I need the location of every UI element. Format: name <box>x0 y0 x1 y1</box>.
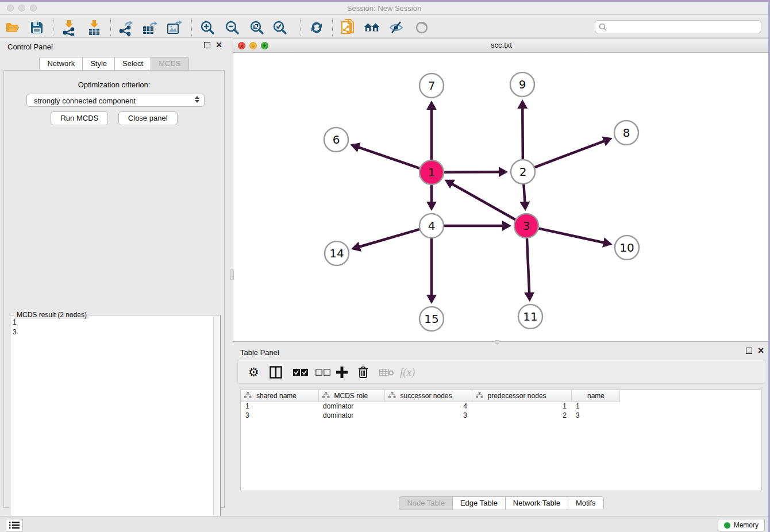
network-canvas[interactable]: 7968124314101511 <box>233 53 769 341</box>
status-bar: Memory <box>0 516 768 532</box>
close-table-panel-icon[interactable]: ✕ <box>757 348 764 354</box>
attribute-tree-icon <box>322 392 330 400</box>
float-panel-icon[interactable] <box>204 42 210 48</box>
memory-button[interactable]: Memory <box>718 519 765 531</box>
mcds-result-title: MCDS result (2 nodes) <box>14 311 89 319</box>
duplicate-network-icon[interactable] <box>340 20 356 36</box>
graph-edge-3-1[interactable] <box>452 184 515 219</box>
column-header-name[interactable]: name <box>571 390 619 402</box>
node-table[interactable]: shared nameMCDS rolesuccessor nodesprede… <box>240 390 762 491</box>
splitter-grip-vertical[interactable] <box>230 269 234 280</box>
save-session-icon[interactable] <box>29 20 45 36</box>
zoom-selected-icon[interactable] <box>272 20 288 36</box>
graph-node-11[interactable]: 11 <box>518 304 542 329</box>
graph-node-3[interactable]: 3 <box>514 214 538 238</box>
graph-node-8[interactable]: 8 <box>614 121 638 145</box>
table-cell[interactable]: 1 <box>241 402 318 411</box>
mcds-result-item[interactable]: 3 <box>13 327 212 337</box>
table-cell[interactable]: 4 <box>384 402 472 411</box>
graph-edge-1-2[interactable] <box>444 172 499 172</box>
result-scrollbar[interactable] <box>213 316 220 532</box>
graph-edge-3-11[interactable] <box>527 238 529 293</box>
graph-edge-3-10[interactable] <box>538 229 603 243</box>
table-cell[interactable]: 3 <box>384 411 472 420</box>
mcds-result-list[interactable]: 13 <box>13 318 212 532</box>
table-cell[interactable]: 1 <box>571 402 619 411</box>
table-tab-edge-table[interactable]: Edge Table <box>452 496 506 510</box>
zoom-in-icon[interactable] <box>199 20 215 36</box>
tab-network[interactable]: Network <box>39 57 83 71</box>
node-table-grid: shared nameMCDS rolesuccessor nodesprede… <box>241 390 620 420</box>
gear-icon[interactable]: ⚙ <box>248 365 259 380</box>
table-cell[interactable]: 3 <box>241 411 318 420</box>
table-panel-title: Table Panel <box>240 348 279 357</box>
graph-node-14[interactable]: 14 <box>325 241 349 265</box>
split-panel-icon[interactable] <box>270 365 282 380</box>
attribute-tree-icon <box>476 392 483 400</box>
graph-node-15[interactable]: 15 <box>419 307 444 331</box>
export-network-icon[interactable] <box>118 20 134 36</box>
graph-node-1[interactable]: 1 <box>419 160 444 184</box>
table-cell[interactable]: 2 <box>472 411 571 420</box>
zoom-out-icon[interactable] <box>224 20 240 36</box>
delete-table-icon <box>379 365 394 380</box>
graph-edge-2-3[interactable] <box>523 184 525 202</box>
graph-node-9[interactable]: 9 <box>510 72 534 97</box>
tab-select[interactable]: Select <box>114 57 151 71</box>
criterion-dropdown[interactable]: strongly connected component <box>26 94 205 107</box>
table-cell[interactable]: dominator <box>318 402 384 411</box>
graph-node-label: 11 <box>523 310 537 323</box>
export-table-icon[interactable] <box>142 20 158 36</box>
search-input[interactable] <box>610 21 759 32</box>
list-icon <box>9 521 20 529</box>
close-panel-button[interactable]: Close panel <box>118 111 178 125</box>
graph-node-label: 14 <box>329 246 344 260</box>
table-cell[interactable]: dominator <box>318 411 384 420</box>
export-image-icon[interactable] <box>167 20 183 36</box>
select-all-columns-icon[interactable] <box>293 365 308 380</box>
graph-edge-2-9[interactable] <box>522 108 523 159</box>
table-cell[interactable]: 1 <box>472 402 571 411</box>
tab-mcds[interactable]: MCDS <box>151 57 188 71</box>
graph-edge-2-8[interactable] <box>535 141 605 168</box>
graph-node-6[interactable]: 6 <box>324 128 348 152</box>
houses-icon[interactable] <box>364 20 380 36</box>
control-panel-header: Control Panel ✕ <box>0 38 228 55</box>
graph-node-7[interactable]: 7 <box>419 74 444 98</box>
table-row[interactable]: 1dominator411 <box>241 402 619 411</box>
graph-node-10[interactable]: 10 <box>615 236 639 260</box>
task-history-button[interactable] <box>6 519 23 531</box>
table-row[interactable]: 3dominator323 <box>241 411 619 420</box>
table-tab-motifs[interactable]: Motifs <box>568 496 604 510</box>
deselect-all-columns-icon[interactable] <box>315 365 330 380</box>
network-file-title: scc.txt <box>233 41 769 49</box>
column-header-successor-nodes[interactable]: successor nodes <box>384 390 472 402</box>
graph-node-2[interactable]: 2 <box>511 160 535 184</box>
slashed-eye-icon[interactable] <box>388 20 405 36</box>
column-header-shared-name[interactable]: shared name <box>241 390 318 402</box>
table-cell[interactable]: 3 <box>571 411 619 420</box>
graph-node-4[interactable]: 4 <box>419 214 444 238</box>
network-graph[interactable]: 7968124314101511 <box>233 53 769 341</box>
tab-style[interactable]: Style <box>82 57 115 71</box>
apply-layout-icon[interactable] <box>309 20 325 36</box>
network-window-titlebar[interactable]: x − + scc.txt <box>233 38 769 53</box>
graph-edge-4-14[interactable] <box>360 229 419 246</box>
graph-edge-1-6[interactable] <box>359 147 419 168</box>
table-tab-node-table[interactable]: Node Table <box>399 496 453 510</box>
delete-column-icon[interactable] <box>357 365 369 380</box>
column-header-MCDS-role[interactable]: MCDS role <box>318 390 384 402</box>
run-mcds-button[interactable]: Run MCDS <box>51 111 108 125</box>
memory-status-icon <box>724 522 730 529</box>
import-table-icon[interactable] <box>86 20 102 36</box>
zoom-fit-icon[interactable] <box>249 20 265 36</box>
close-panel-icon[interactable]: ✕ <box>215 42 222 48</box>
search-field[interactable] <box>595 20 761 33</box>
import-network-icon[interactable] <box>61 20 77 36</box>
mcds-result-item[interactable]: 1 <box>13 318 212 327</box>
open-file-icon[interactable] <box>5 20 21 36</box>
add-column-icon[interactable] <box>336 365 348 380</box>
float-table-panel-icon[interactable] <box>746 348 752 354</box>
table-tab-network-table[interactable]: Network Table <box>505 496 568 510</box>
column-header-predecessor-nodes[interactable]: predecessor nodes <box>472 390 571 402</box>
